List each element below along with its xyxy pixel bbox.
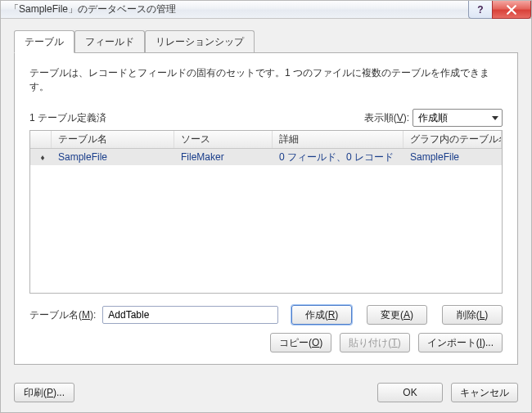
tab-relation-label: リレーションシップ (156, 36, 244, 47)
table-row[interactable]: ♦ SampleFile FileMaker 0 フィールド、0 レコード Sa… (30, 149, 502, 165)
footer-right: OK キャンセル (377, 383, 518, 402)
paste-button[interactable]: 貼り付け(T) (340, 333, 409, 352)
row-graph: SampleFile (404, 151, 502, 163)
table-name-row: テーブル名(M): 作成(R) 変更(A) 削除(L) (29, 305, 503, 325)
chevron-down-icon (492, 116, 498, 120)
window-controls: ? (469, 1, 531, 19)
modify-button[interactable]: 変更(A) (367, 305, 427, 325)
help-button[interactable]: ? (468, 1, 493, 19)
window-title: 「SampleFile」のデータベースの管理 (9, 2, 176, 16)
print-button[interactable]: 印刷(P)... (14, 383, 74, 402)
table-body: ♦ SampleFile FileMaker 0 フィールド、0 レコード Sa… (30, 149, 502, 293)
description-text: テーブルは、レコードとフィールドの固有のセットです。1 つのファイルに複数のテー… (29, 66, 503, 94)
close-icon (507, 5, 516, 15)
sort-control: 表示順(V): 作成順 (364, 109, 503, 127)
dialog-footer: 印刷(P)... OK キャンセル (1, 375, 531, 412)
create-button[interactable]: 作成(R) (291, 305, 352, 325)
close-button[interactable] (492, 1, 531, 19)
secondary-button-row: コピー(O) 貼り付け(T) インポート(I)... (29, 333, 503, 352)
col-name[interactable]: テーブル名 (52, 131, 174, 148)
dialog-window: 「SampleFile」のデータベースの管理 ? テーブル フィールド リレーシ… (0, 0, 532, 413)
help-icon: ? (477, 4, 483, 16)
delete-button[interactable]: 削除(L) (442, 305, 503, 325)
tables-list: テーブル名 ソース 詳細 グラフ内のテーブル名 ♦ SampleFile Fil… (29, 130, 503, 294)
col-graph[interactable]: グラフ内のテーブル名 (404, 131, 502, 148)
tab-field[interactable]: フィールド (74, 30, 145, 52)
sort-order-select[interactable]: 作成順 (413, 109, 503, 127)
ok-button[interactable]: OK (377, 383, 443, 402)
title-bar: 「SampleFile」のデータベースの管理 ? (1, 1, 531, 19)
table-count-label: 1 テーブル定義済 (29, 111, 106, 125)
table-name-input[interactable] (102, 306, 278, 324)
summary-row: 1 テーブル定義済 表示順(V): 作成順 (29, 109, 503, 127)
table-name-label: テーブル名(M): (29, 308, 96, 322)
tab-panel: テーブルは、レコードとフィールドの固有のセットです。1 つのファイルに複数のテー… (14, 52, 518, 365)
sort-label: 表示順(V): (364, 111, 409, 125)
tab-relation[interactable]: リレーションシップ (145, 30, 255, 52)
row-detail: 0 フィールド、0 レコード (273, 150, 404, 164)
row-source: FileMaker (174, 151, 273, 163)
tab-table-label: テーブル (25, 36, 64, 47)
sort-handle-icon: ♦ (40, 153, 41, 162)
import-button[interactable]: インポート(I)... (418, 333, 503, 352)
dialog-body: テーブル フィールド リレーションシップ テーブルは、レコードとフィールドの固有… (1, 19, 531, 375)
sort-order-value: 作成順 (418, 111, 448, 125)
col-source[interactable]: ソース (174, 131, 273, 148)
tab-bar: テーブル フィールド リレーションシップ (14, 30, 518, 52)
copy-button[interactable]: コピー(O) (270, 333, 331, 352)
tab-table[interactable]: テーブル (14, 30, 74, 53)
cancel-button[interactable]: キャンセル (451, 383, 518, 402)
tab-field-label: フィールド (85, 36, 134, 47)
col-detail[interactable]: 詳細 (273, 131, 404, 148)
table-header: テーブル名 ソース 詳細 グラフ内のテーブル名 (30, 131, 502, 149)
row-drag-handle[interactable]: ♦ (30, 153, 52, 162)
col-handle[interactable] (30, 131, 52, 148)
row-name: SampleFile (52, 151, 174, 163)
